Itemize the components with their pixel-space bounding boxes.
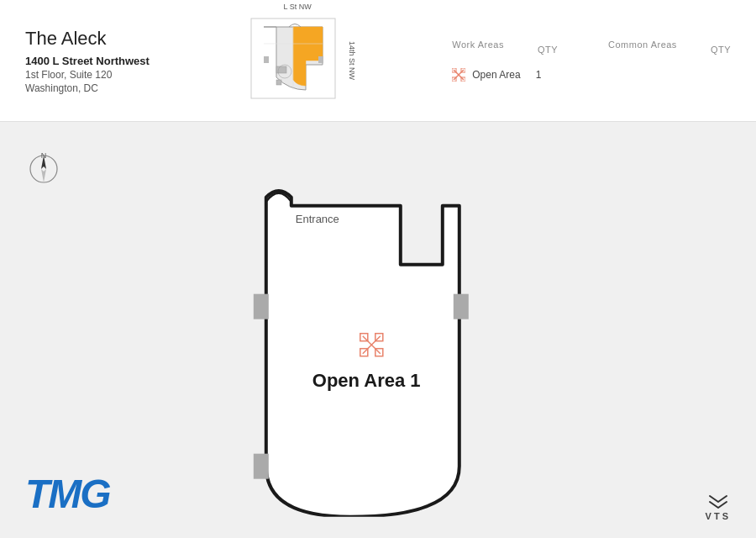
street-label-top: L St NW [284, 3, 312, 11]
work-areas-qty-label: QTY [538, 45, 558, 55]
floorplan-main-svg: Entrance Open Area 1 [216, 155, 602, 516]
open-area-label: Open Area [472, 69, 520, 81]
work-areas-section: Work Areas QTY Open Area 1 [452, 40, 558, 82]
common-areas-header: Common Areas QTY [608, 40, 731, 60]
open-area-icon [452, 68, 465, 82]
building-info: The Aleck 1400 L Street Northwest 1st Fl… [25, 28, 176, 94]
building-name: The Aleck [25, 28, 176, 50]
compass-north-label: N [41, 151, 47, 160]
column-right [454, 293, 469, 319]
svg-rect-6 [276, 80, 281, 85]
compass: N [25, 147, 62, 184]
tmg-logo: TMG [25, 471, 110, 517]
thumbnail-area: L St NW 14th St NW [176, 14, 418, 107]
building-suite: 1st Floor, Suite 120 [25, 69, 176, 81]
svg-rect-2 [318, 56, 323, 63]
vts-chevron-icon [706, 494, 730, 509]
building-city: Washington, DC [25, 82, 176, 94]
svg-rect-1 [264, 56, 269, 63]
thumbnail-svg [247, 14, 348, 107]
open-area-text: Open Area 1 [312, 369, 421, 390]
work-areas-label: Work Areas [452, 40, 504, 50]
entrance-text: Entrance [296, 212, 339, 224]
open-area-qty: 1 [536, 69, 542, 81]
column-left-bottom [254, 453, 269, 478]
svg-marker-16 [41, 169, 46, 182]
vts-text-label: VTS [706, 511, 731, 521]
vts-logo: VTS [706, 494, 731, 521]
common-areas-label: Common Areas [608, 40, 677, 50]
building-address: 1400 L Street Northwest [25, 55, 176, 67]
street-label-right: 14th St NW [348, 41, 356, 80]
floorplan-svg-container: Entrance Open Area 1 [216, 155, 602, 520]
column-left-top [254, 293, 269, 319]
common-areas-section: Common Areas QTY [608, 40, 731, 68]
legend-area: Work Areas QTY Open Area 1 Comm [418, 40, 731, 82]
work-areas-header: Work Areas QTY [452, 40, 558, 60]
floor-plan-area: N Entrance [0, 122, 756, 538]
legend-item-open-area: Open Area 1 [452, 68, 558, 82]
common-areas-qty-label: QTY [711, 45, 731, 55]
header-panel: The Aleck 1400 L Street Northwest 1st Fl… [0, 0, 756, 122]
thumbnail-container: L St NW 14th St NW [247, 14, 348, 107]
